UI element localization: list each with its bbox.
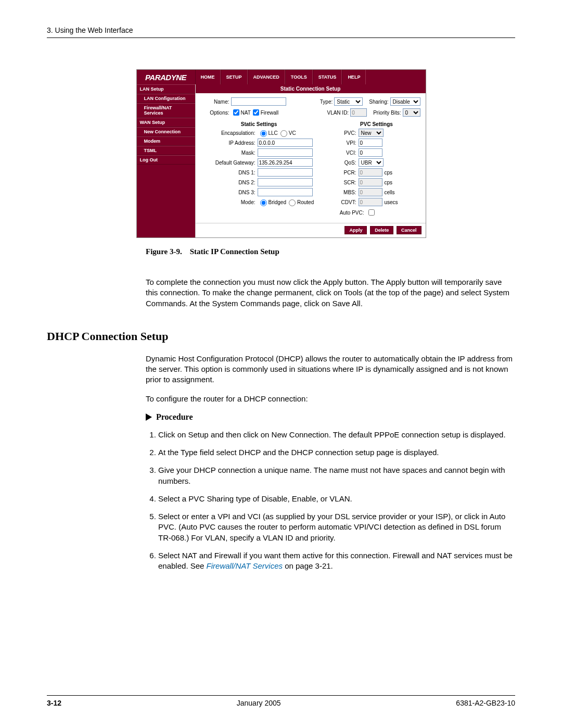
mask-label: Mask: — [201, 150, 258, 156]
mode-routed-radio[interactable] — [289, 199, 296, 206]
sidebar-head-wan: WAN Setup — [137, 118, 195, 127]
page-footer: 3-12 January 2005 6381-A2-GB23-10 — [47, 695, 515, 707]
dns3-label: DNS 3: — [201, 190, 258, 195]
mask-input[interactable] — [258, 148, 313, 157]
step-4: Select a PVC Sharing type of Disable, En… — [158, 494, 515, 504]
cdvt-label: CDVT: — [333, 199, 359, 205]
paragraph-2: Dynamic Host Configuration Protocol (DHC… — [146, 354, 515, 385]
footer-date: January 2005 — [237, 699, 281, 707]
nav-home[interactable]: HOME — [195, 70, 221, 84]
static-settings-title: Static Settings — [201, 121, 317, 127]
nat-label: NAT — [241, 110, 251, 116]
delete-button[interactable]: Delete — [370, 226, 393, 234]
sidebar-item-modem[interactable]: Modem — [137, 136, 195, 146]
scr-input[interactable] — [359, 178, 382, 186]
nav-advanced[interactable]: ADVANCED — [248, 70, 285, 84]
mode-bridged-label: Bridged — [269, 199, 286, 205]
mode-label: Mode: — [201, 199, 258, 205]
mbs-unit: cells — [385, 190, 395, 195]
qos-select[interactable]: UBR — [359, 158, 384, 167]
options-label: Options: — [201, 110, 231, 116]
encap-vc-label: VC — [289, 130, 296, 136]
nat-checkbox[interactable] — [233, 109, 239, 116]
apply-button[interactable]: Apply — [344, 226, 367, 234]
scr-unit: cps — [385, 180, 393, 185]
pcr-input[interactable] — [359, 168, 382, 177]
mode-bridged-radio[interactable] — [260, 199, 267, 206]
encap-vc-radio[interactable] — [280, 130, 287, 137]
figure-caption: Figure 3-9. Static IP Connection Setup — [146, 247, 515, 256]
nav-help[interactable]: HELP — [342, 70, 366, 84]
mbs-input[interactable] — [359, 188, 382, 196]
encap-label: Encapsulation: — [201, 130, 258, 136]
main-panel: Static Connection Setup Name: Type: Stat… — [195, 84, 426, 237]
dns3-input[interactable] — [258, 188, 313, 196]
priority-select[interactable]: 0 — [403, 108, 420, 117]
nav-tools[interactable]: TOOLS — [285, 70, 313, 84]
firewall-label: Firewall — [261, 110, 278, 116]
pvc-label: PVC: — [333, 130, 359, 136]
sidebar-item-firewall[interactable]: Firewall/NAT Services — [137, 103, 195, 118]
step-3: Give your DHCP connection a unique name.… — [158, 465, 515, 486]
encap-llc-label: LLC — [269, 130, 278, 136]
vci-input[interactable] — [359, 148, 382, 157]
dns1-label: DNS 1: — [201, 170, 258, 175]
type-select[interactable]: Static — [334, 97, 363, 106]
step-1: Click on Setup and then click on New Con… — [158, 430, 515, 440]
qos-label: QoS: — [333, 160, 359, 166]
procedure-list: Click on Setup and then click on New Con… — [146, 430, 515, 572]
sidebar-item-lan-config[interactable]: LAN Configuration — [137, 94, 195, 103]
vlan-input[interactable] — [350, 108, 367, 117]
dns1-input[interactable] — [258, 168, 313, 177]
cdvt-input[interactable] — [359, 198, 382, 206]
button-row: Apply Delete Cancel — [196, 223, 426, 237]
doc-number: 6381-A2-GB23-10 — [456, 699, 515, 707]
paragraph-3: To configure the router for a DHCP conne… — [146, 394, 515, 404]
gw-input[interactable] — [258, 158, 313, 167]
page-number: 3-12 — [47, 699, 61, 707]
panel-title: Static Connection Setup — [196, 84, 426, 93]
sidebar-item-tsml[interactable]: TSML — [137, 146, 195, 155]
ip-label: IP Address: — [201, 140, 258, 146]
dns2-label: DNS 2: — [201, 180, 258, 185]
autopvc-checkbox[interactable] — [368, 209, 375, 216]
screenshot-figure: PARADYNE HOME SETUP ADVANCED TOOLS STATU… — [136, 69, 426, 238]
encap-llc-radio[interactable] — [260, 130, 267, 137]
dns2-input[interactable] — [258, 178, 313, 186]
header-rule — [47, 37, 515, 38]
name-label: Name: — [201, 99, 231, 105]
pcr-label: PCR: — [333, 170, 359, 175]
step-5: Select or enter a VPI and VCI (as suppli… — [158, 511, 515, 543]
step-6: Select NAT and Firewall if you want them… — [158, 550, 515, 572]
sidebar-item-logout[interactable]: Log Out — [137, 155, 195, 165]
top-nav: PARADYNE HOME SETUP ADVANCED TOOLS STATU… — [137, 70, 426, 84]
firewall-checkbox[interactable] — [253, 109, 259, 116]
paragraph-1: To complete the connection you must now … — [146, 277, 515, 309]
cancel-button[interactable]: Cancel — [397, 226, 422, 234]
priority-label: Priority Bits: — [373, 110, 402, 116]
sidebar-head-lan: LAN Setup — [137, 84, 195, 94]
firewall-link[interactable]: Firewall/NAT Services — [207, 561, 283, 570]
sharing-select[interactable]: Disable — [390, 97, 420, 106]
section-heading-dhcp: DHCP Connection Setup — [47, 330, 515, 343]
autopvc-label: Auto PVC: — [333, 210, 366, 216]
mode-routed-label: Routed — [297, 199, 314, 205]
vpi-input[interactable] — [359, 139, 382, 147]
sidebar-item-new-conn[interactable]: New Connection — [137, 127, 195, 136]
procedure-label: Procedure — [156, 412, 193, 422]
sidebar: LAN Setup LAN Configuration Firewall/NAT… — [137, 84, 195, 237]
pcr-unit: cps — [385, 170, 393, 175]
brand-logo: PARADYNE — [137, 70, 195, 84]
nav-status[interactable]: STATUS — [313, 70, 342, 84]
procedure-heading: Procedure — [146, 412, 515, 422]
vlan-label: VLAN ID: — [327, 110, 350, 116]
gw-label: Default Gateway: — [201, 160, 258, 166]
chapter-header: 3. Using the Web Interface — [47, 26, 515, 34]
nav-setup[interactable]: SETUP — [221, 70, 248, 84]
vci-label: VCI: — [333, 150, 359, 156]
pvc-select[interactable]: New — [359, 129, 384, 137]
pvc-settings-title: PVC Settings — [333, 121, 420, 127]
name-input[interactable] — [231, 97, 286, 106]
scr-label: SCR: — [333, 180, 359, 185]
ip-input[interactable] — [258, 139, 313, 147]
